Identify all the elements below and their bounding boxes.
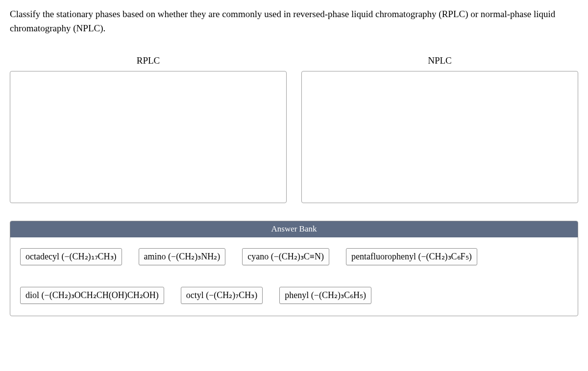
chip-diol[interactable]: diol (−(CH₂)₃OCH₂CH(OH)CH₂OH)	[20, 287, 164, 304]
dropzone-rplc[interactable]	[10, 71, 287, 203]
drop-zones: RPLC NPLC	[10, 55, 578, 203]
question-text: Classify the stationary phases based on …	[10, 7, 578, 36]
answer-bank-body: octadecyl (−(CH₂)₁₇CH₃) amino (−(CH₂)₃NH…	[10, 237, 578, 316]
zone-nplc: NPLC	[301, 55, 578, 203]
chip-phenyl[interactable]: phenyl (−(CH₂)₃C₆H₅)	[279, 287, 371, 304]
chip-octyl[interactable]: octyl (−(CH₂)₇CH₃)	[181, 287, 263, 304]
chip-pentafluorophenyl[interactable]: pentafluorophenyl (−(CH₂)₃C₆F₅)	[346, 248, 477, 265]
zone-title-rplc: RPLC	[137, 55, 160, 66]
dropzone-nplc[interactable]	[301, 71, 578, 203]
zone-title-nplc: NPLC	[428, 55, 452, 66]
answer-bank-header: Answer Bank	[10, 221, 578, 237]
chip-octadecyl[interactable]: octadecyl (−(CH₂)₁₇CH₃)	[20, 248, 122, 265]
chip-cyano[interactable]: cyano (−(CH₂)₃C≡N)	[242, 248, 329, 265]
answer-bank: Answer Bank octadecyl (−(CH₂)₁₇CH₃) amin…	[10, 221, 578, 316]
zone-rplc: RPLC	[10, 55, 287, 203]
chip-amino[interactable]: amino (−(CH₂)₃NH₂)	[139, 248, 226, 265]
